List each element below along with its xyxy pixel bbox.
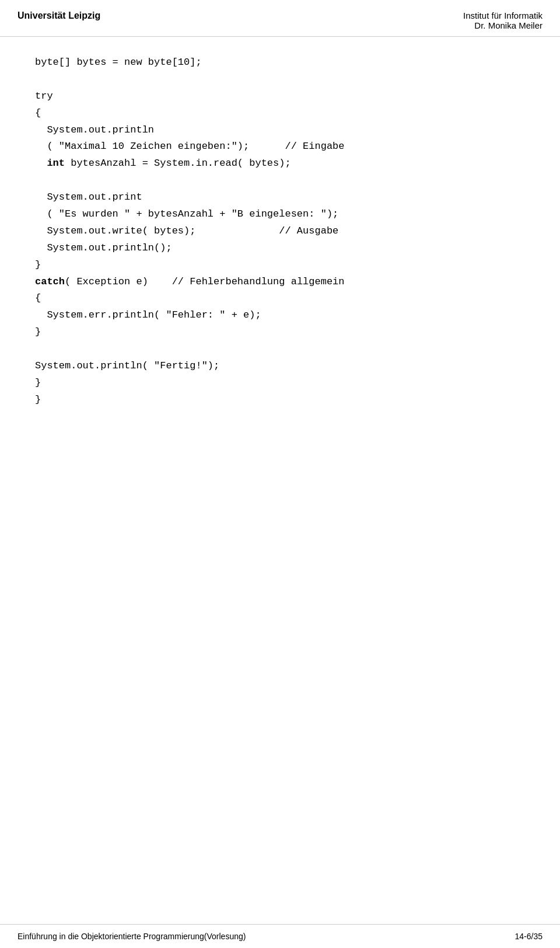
page-header: Universität Leipzig Institut für Informa… — [0, 0, 560, 36]
code-line-17: } — [35, 326, 41, 337]
code-line-9: System.out.print — [35, 191, 142, 203]
code-line-21: } — [35, 394, 41, 405]
code-line-19: System.out.println( "Fertig!"); — [35, 360, 219, 371]
page-footer: Einführung in die Objektorientierte Prog… — [0, 924, 560, 948]
code-line-4: { — [35, 107, 41, 118]
code-line-5: System.out.println — [35, 124, 154, 135]
code-line-14: catch( Exception e) // Fehlerbehandlung … — [35, 276, 345, 287]
code-line-15: { — [35, 292, 41, 304]
code-block: byte[] bytes = new byte[10]; try { Syste… — [0, 37, 560, 426]
code-line-12: System.out.println(); — [35, 242, 172, 253]
institute-info: Institut für Informatik Dr. Monika Meile… — [463, 11, 542, 30]
code-line-16: System.err.println( "Fehler: " + e); — [35, 309, 261, 320]
code-line-7: int bytesAnzahl = System.in.read( bytes)… — [35, 158, 291, 169]
course-title: Einführung in die Objektorientierte Prog… — [18, 932, 246, 941]
university-name: Universität Leipzig — [18, 11, 100, 30]
code-line-1: byte[] bytes = new byte[10]; — [35, 57, 202, 68]
institute-line1: Institut für Informatik — [463, 11, 542, 20]
code-line-13: } — [35, 259, 41, 270]
code-line-10: ( "Es wurden " + bytesAnzahl + "B eingel… — [35, 208, 338, 219]
code-line-20: } — [35, 377, 41, 388]
code-line-11: System.out.write( bytes); // Ausgabe — [35, 225, 338, 236]
code-line-3: try — [35, 90, 53, 102]
page-number: 14-6/35 — [515, 932, 542, 941]
code-line-6: ( "Maximal 10 Zeichen eingeben:"); // Ei… — [35, 141, 345, 152]
institute-line2: Dr. Monika Meiler — [463, 20, 542, 30]
